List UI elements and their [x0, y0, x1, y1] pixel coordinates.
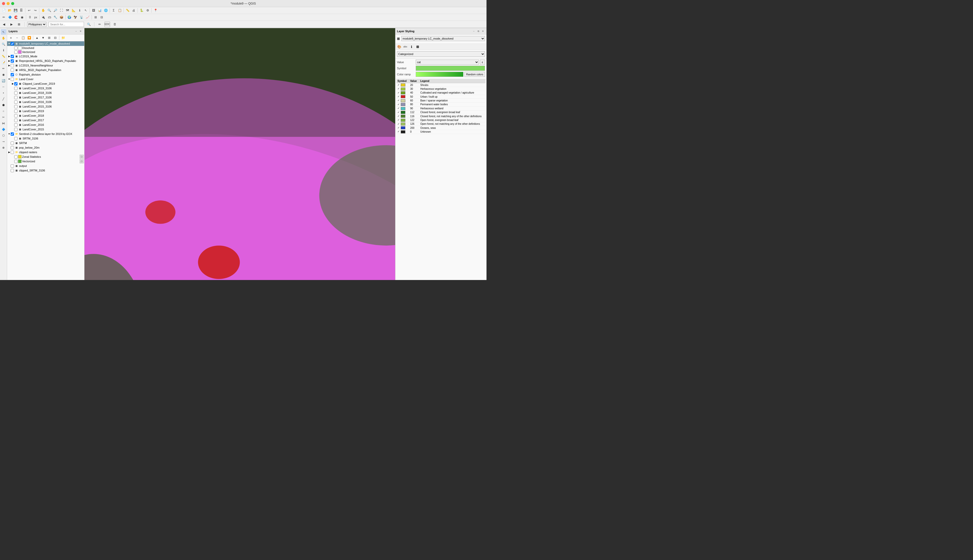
- zoom-in-btn[interactable]: 🔍: [47, 8, 52, 13]
- plugin-7[interactable]: 📈: [85, 15, 90, 20]
- add-point-btn[interactable]: •: [1, 90, 6, 96]
- add-layer-btn[interactable]: +: [8, 35, 14, 41]
- symbol-preview[interactable]: [416, 66, 485, 71]
- layer-item[interactable]: ▶ 📁 clipped rasters: [7, 150, 84, 155]
- identify-btn[interactable]: ℹ: [77, 8, 82, 13]
- collapse-all-btn[interactable]: ⊟: [53, 35, 58, 41]
- legend-icon-btn[interactable]: ⊞: [415, 44, 420, 50]
- legend-row[interactable]: ✓ 50 Urban / built up: [397, 95, 485, 99]
- save-project-btn[interactable]: 💾: [13, 8, 18, 13]
- layer-item[interactable]: ▶ ▦ pop_below_20m: [7, 145, 84, 150]
- new-project-btn[interactable]: 📄: [1, 8, 7, 13]
- zoom-tool-btn[interactable]: 🔍: [1, 41, 6, 47]
- zoom-extent-btn[interactable]: ⊠: [16, 22, 22, 27]
- forward-btn[interactable]: ▶: [8, 22, 14, 27]
- expand-all-btn[interactable]: ⊞: [47, 35, 52, 41]
- plugin-btn-1[interactable]: 🔌: [41, 15, 46, 20]
- expression-btn[interactable]: ε: [480, 60, 485, 65]
- add-polygon-btn[interactable]: ⬟: [1, 102, 6, 108]
- layer-item[interactable]: ▶ ▦ HRSL_BGD_Rajshahi_Population: [7, 68, 84, 72]
- close-button[interactable]: [2, 2, 5, 5]
- layer-item[interactable]: ▶ ▦ LandCover_2015_3106: [7, 104, 84, 109]
- edit-btn[interactable]: ✏: [1, 15, 7, 20]
- add-line-btn[interactable]: ╱: [1, 96, 6, 102]
- layer-btn[interactable]: □: [80, 155, 84, 159]
- layer-selector-dropdown[interactable]: module9_temporary LC_mode_dissolved: [401, 36, 485, 41]
- save-as-btn[interactable]: 🗄: [18, 8, 24, 13]
- expand-icon[interactable]: ▶: [8, 55, 11, 58]
- vertex-btn[interactable]: ⬡: [1, 133, 6, 138]
- field-calc-btn[interactable]: Σ: [111, 8, 117, 13]
- layer-item[interactable]: ▶ ▦ SRTM: [7, 141, 84, 145]
- move-down-btn[interactable]: ▼: [40, 35, 46, 41]
- expand-icon[interactable]: ▶: [11, 82, 14, 85]
- layer-item[interactable]: ▶ ▦ LandCover_2017_3106: [7, 95, 84, 100]
- styling-close-btn[interactable]: ✕: [481, 29, 485, 33]
- globe-btn[interactable]: 🌍: [67, 15, 72, 20]
- add-raster-btn[interactable]: 🖼: [91, 8, 97, 13]
- python-btn[interactable]: 🐍: [139, 8, 144, 13]
- layer-checkbox[interactable]: [14, 87, 18, 90]
- identify-tool-btn[interactable]: ℹ: [1, 47, 6, 53]
- layer-item[interactable]: ▶ ▦ SRTM_3106: [7, 136, 84, 141]
- layer-checkbox[interactable]: [14, 114, 18, 117]
- layer-item[interactable]: ▶ ▦ Clipped_LandCover_2019: [7, 82, 84, 86]
- print-btn[interactable]: 🖨: [131, 8, 137, 13]
- layer-checkbox[interactable]: [11, 169, 14, 172]
- layer-checkbox[interactable]: [14, 155, 18, 158]
- edc-btn[interactable]: EDC: [105, 22, 110, 27]
- zoom-out-btn[interactable]: 🔎: [53, 8, 58, 13]
- snap-btn[interactable]: 🧲: [13, 15, 19, 20]
- layer-checkbox[interactable]: [14, 137, 18, 140]
- layer-checkbox[interactable]: [14, 110, 18, 113]
- zoom-full-btn[interactable]: ⛶: [58, 8, 64, 13]
- plugin-btn-2[interactable]: 🗃: [47, 15, 52, 20]
- layer-checkbox[interactable]: [14, 82, 18, 85]
- processing-btn[interactable]: ⚙: [145, 8, 150, 13]
- grid-btn[interactable]: ⊞: [93, 15, 98, 20]
- search-icon[interactable]: 🔍: [86, 22, 92, 27]
- measure-tool-btn[interactable]: 📏: [1, 53, 6, 59]
- layer-checkbox[interactable]: [14, 100, 18, 104]
- legend-row[interactable]: ✓ 126 Open forest, not matching any of t…: [397, 122, 485, 126]
- layer-item[interactable]: ▶ ▦ LC2019_NearestNeighbour: [7, 63, 84, 68]
- plugin-btn-4[interactable]: 📦: [59, 15, 65, 20]
- group-btn[interactable]: 📁: [60, 35, 66, 41]
- styling-float-btn[interactable]: ⧉: [477, 29, 480, 33]
- styling-minimize-btn[interactable]: −: [472, 29, 476, 33]
- layer-checkbox[interactable]: [11, 151, 14, 154]
- expand-icon[interactable]: ▼: [8, 78, 11, 81]
- move-up-btn[interactable]: ▲: [34, 35, 40, 41]
- layer-item[interactable]: ▶ ▦ output: [7, 163, 84, 168]
- node-btn[interactable]: ◉: [19, 15, 25, 20]
- offset-btn[interactable]: ⊸: [1, 139, 6, 144]
- measure-btn[interactable]: 📏: [125, 8, 130, 13]
- select-tool-btn[interactable]: ↖: [1, 29, 6, 35]
- layer-checkbox[interactable]: [14, 96, 18, 99]
- plugin-final-btn[interactable]: 🗓: [112, 22, 118, 27]
- add-wms-btn[interactable]: 🌐: [103, 8, 108, 13]
- layer-checkbox[interactable]: [14, 123, 18, 127]
- legend-row[interactable]: ✓ 80 Permanent water bodies: [397, 102, 485, 106]
- layer-checkbox[interactable]: [14, 119, 18, 122]
- location-select[interactable]: Philippines: [27, 22, 47, 27]
- move-tool-btn[interactable]: ↔: [1, 84, 6, 90]
- info-icon-btn[interactable]: ℹ: [409, 44, 414, 50]
- expand-icon[interactable]: ▶: [8, 64, 11, 67]
- layer-checkbox[interactable]: [11, 55, 14, 58]
- random-colors-btn[interactable]: Random colors: [465, 72, 485, 77]
- annotate-tool-btn[interactable]: 📝: [1, 60, 6, 65]
- expand-icon[interactable]: ▼: [8, 132, 11, 135]
- plugin-btn-3[interactable]: 🔧: [53, 15, 58, 20]
- filter-btn[interactable]: 🔽: [27, 35, 32, 41]
- layer-checkbox[interactable]: [11, 59, 14, 63]
- map-area[interactable]: [85, 28, 395, 280]
- pan-tool-btn[interactable]: ✋: [1, 35, 6, 41]
- edit-tool-btn[interactable]: ✏: [1, 66, 6, 71]
- layer-item[interactable]: ▶ ▦ Reprojected_HRSL_BGD_Rajshahi_Popula…: [7, 58, 84, 63]
- layer-checkbox[interactable]: [14, 91, 18, 95]
- plugin-5[interactable]: 🦅: [73, 15, 78, 20]
- reshape-btn[interactable]: ⊗: [1, 145, 6, 150]
- layer-item[interactable]: ▶ Dissolved: [7, 46, 84, 50]
- search-input[interactable]: [48, 22, 84, 27]
